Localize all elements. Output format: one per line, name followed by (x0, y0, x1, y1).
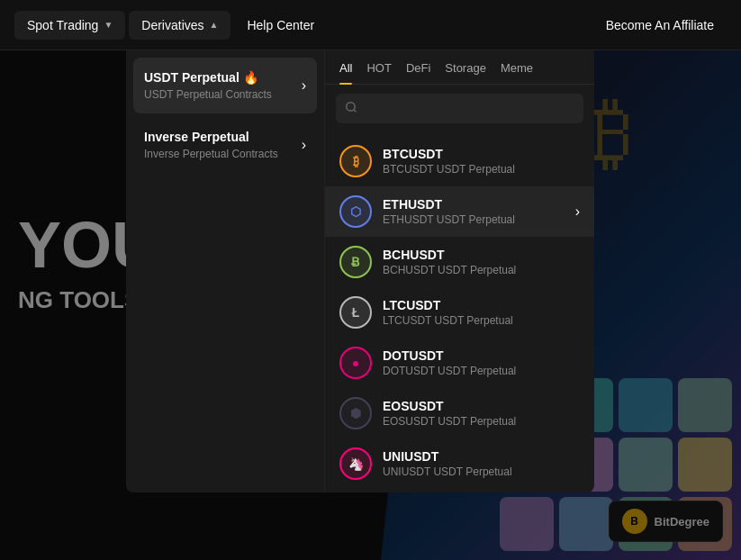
coin-icon-bchusdt: Ƀ (339, 246, 372, 278)
coin-icon-eosusdt: ⬢ (339, 397, 372, 429)
coin-item-btcusdt[interactable]: ₿ BTCUSDT BTCUSDT USDT Perpetual (325, 136, 594, 186)
coin-item-dotusdt[interactable]: ● DOTUSDT DOTUSDT USDT Perpetual (325, 338, 594, 388)
coin-symbol-ethusdt: ETHUSDT (383, 197, 565, 212)
left-panel: USDT Perpetual 🔥 USDT Perpetual Contract… (126, 50, 324, 492)
svg-line-1 (354, 110, 357, 113)
left-item-sub-1: Inverse Perpetual Contracts (144, 148, 278, 160)
coin-info-bchusdt: BCHUSDT BCHUSDT USDT Perpetual (383, 248, 580, 276)
coin-desc-uniusdt: UNIUSDT USDT Perpetual (383, 465, 580, 478)
coin-symbol-dotusdt: DOTUSDT (383, 348, 580, 363)
coin-desc-bchusdt: BCHUSDT USDT Perpetual (383, 264, 580, 276)
left-item-arrow-icon-1: › (302, 137, 306, 153)
coin-list: ₿ BTCUSDT BTCUSDT USDT Perpetual ⬡ ETHUS… (325, 132, 594, 492)
coin-info-eosusdt: EOSUSDT EOSUSDT USDT Perpetual (383, 399, 580, 428)
help-center-label: Help Center (247, 18, 314, 32)
coin-desc-eosusdt: EOSUSDT USDT Perpetual (383, 415, 580, 428)
left-item-content-0: USDT Perpetual 🔥 USDT Perpetual Contract… (144, 70, 272, 101)
search-input[interactable] (365, 102, 574, 115)
navbar: Spot Trading ▼ Derivatives ▲ Help Center… (0, 0, 741, 50)
nav-affiliate[interactable]: Become An Affiliate (593, 11, 727, 40)
nav-help-center[interactable]: Help Center (234, 11, 327, 40)
derivatives-dropdown: USDT Perpetual 🔥 USDT Perpetual Contract… (126, 50, 594, 492)
left-item-title-1: Inverse Perpetual (144, 130, 278, 144)
coin-icon-uniusdt: 🦄 (339, 447, 372, 480)
left-panel-item-0[interactable]: USDT Perpetual 🔥 USDT Perpetual Contract… (133, 58, 317, 113)
affiliate-label: Become An Affiliate (606, 18, 714, 32)
coin-symbol-uniusdt: UNIUSDT (383, 449, 580, 464)
coin-desc-ltcusdt: LTCUSDT USDT Perpetual (383, 314, 580, 327)
coin-info-ethusdt: ETHUSDT ETHUSDT USDT Perpetual (383, 197, 565, 226)
spot-trading-chevron-icon: ▼ (104, 20, 113, 30)
coin-desc-dotusdt: DOTUSDT USDT Perpetual (383, 365, 580, 377)
tab-hot[interactable]: HOT (366, 61, 391, 84)
right-panel: AllHOTDeFiStorageMeme ₿ BTCUSDT BTCUSDT … (324, 50, 594, 492)
tab-all[interactable]: All (339, 61, 352, 84)
coin-item-eosusdt[interactable]: ⬢ EOSUSDT EOSUSDT USDT Perpetual (325, 388, 594, 438)
coin-icon-btcusdt: ₿ (339, 145, 372, 177)
search-icon (345, 101, 357, 116)
spot-trading-label: Spot Trading (27, 18, 98, 32)
nav-derivatives[interactable]: Derivatives ▲ (129, 11, 230, 40)
tab-defi[interactable]: DeFi (406, 61, 430, 84)
tabs-row: AllHOTDeFiStorageMeme (325, 50, 594, 85)
search-box[interactable] (336, 94, 583, 123)
coin-symbol-bchusdt: BCHUSDT (383, 248, 580, 262)
coin-item-uniusdt[interactable]: 🦄 UNIUSDT UNIUSDT USDT Perpetual (325, 438, 594, 489)
left-item-title-0: USDT Perpetual 🔥 (144, 70, 272, 85)
coin-item-bchusdt[interactable]: Ƀ BCHUSDT BCHUSDT USDT Perpetual (325, 237, 594, 287)
derivatives-label: Derivatives (141, 18, 203, 32)
derivatives-chevron-icon: ▲ (210, 20, 219, 30)
coin-item-ltcusdt[interactable]: Ł LTCUSDT LTCUSDT USDT Perpetual (325, 287, 594, 338)
nav-spot-trading[interactable]: Spot Trading ▼ (14, 11, 125, 40)
coin-info-uniusdt: UNIUSDT UNIUSDT USDT Perpetual (383, 449, 580, 478)
coin-symbol-eosusdt: EOSUSDT (383, 399, 580, 413)
coin-info-dotusdt: DOTUSDT DOTUSDT USDT Perpetual (383, 348, 580, 377)
coin-desc-btcusdt: BTCUSDT USDT Perpetual (383, 163, 580, 176)
coin-arrow-icon: › (575, 203, 580, 220)
coin-icon-dotusdt: ● (339, 347, 372, 379)
left-panel-item-1[interactable]: Inverse Perpetual Inverse Perpetual Cont… (133, 117, 317, 173)
left-item-arrow-icon-0: › (302, 77, 306, 94)
left-item-sub-0: USDT Perpetual Contracts (144, 88, 272, 101)
tab-meme[interactable]: Meme (501, 61, 533, 84)
svg-point-0 (347, 103, 355, 111)
left-item-content-1: Inverse Perpetual Inverse Perpetual Cont… (144, 130, 278, 160)
coin-symbol-ltcusdt: LTCUSDT (383, 298, 580, 312)
coin-icon-ethusdt: ⬡ (339, 195, 372, 228)
coin-icon-ltcusdt: Ł (339, 296, 372, 329)
coin-info-ltcusdt: LTCUSDT LTCUSDT USDT Perpetual (383, 298, 580, 327)
coin-info-btcusdt: BTCUSDT BTCUSDT USDT Perpetual (383, 147, 580, 176)
coin-symbol-btcusdt: BTCUSDT (383, 147, 580, 161)
coin-desc-ethusdt: ETHUSDT USDT Perpetual (383, 213, 565, 226)
coin-item-ethusdt[interactable]: ⬡ ETHUSDT ETHUSDT USDT Perpetual › (325, 186, 594, 237)
tab-storage[interactable]: Storage (445, 61, 486, 84)
